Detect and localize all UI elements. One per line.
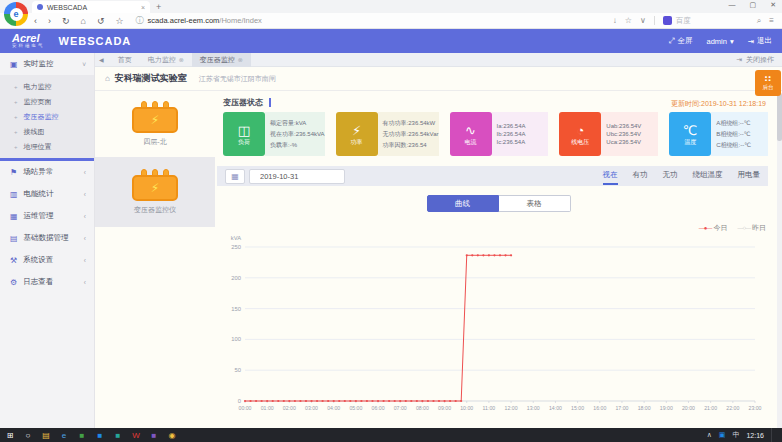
back-icon[interactable]: ‹ xyxy=(34,16,37,26)
calendar-icon[interactable]: ▦ xyxy=(225,169,245,184)
sidebar-item-system-settings[interactable]: ⚒ 系统设置 ‹ xyxy=(0,249,94,271)
device-item-transformer-monitor-unit[interactable]: ⚡ 变压器监控仪 xyxy=(95,157,215,227)
page-tab-bar: ◀ 首页 电力监控 ⊗ 变压器监控 ⊗ ⇥ 关闭操作 xyxy=(95,53,782,67)
view-tab-table[interactable]: 表格 xyxy=(499,195,571,212)
device-label: 四层-北 xyxy=(143,137,166,147)
metric-tab-active-power[interactable]: 有功 xyxy=(633,167,648,185)
search-icon[interactable]: ⌕ xyxy=(757,16,761,26)
taskbar-app-green-icon[interactable]: ■ xyxy=(76,429,88,441)
bullet-icon: + xyxy=(14,84,18,90)
svg-text:04:00: 04:00 xyxy=(327,405,340,411)
device-list: ⚡ 四层-北 ⚡ 变压器监控仪 xyxy=(95,91,215,428)
username: admin xyxy=(707,37,727,46)
svg-text:50: 50 xyxy=(235,367,241,373)
tray-app-icon[interactable]: ▣ xyxy=(719,431,726,439)
taskbar-search-button[interactable]: ○ xyxy=(22,429,34,441)
browser-logo-icon[interactable]: e xyxy=(4,2,28,26)
taskbar-app-purple-icon[interactable]: ■ xyxy=(148,429,160,441)
backend-button[interactable]: ∷ 后台 xyxy=(755,70,781,96)
sidebar-item-geo-location[interactable]: + 地理位置 xyxy=(0,139,94,154)
sidebar-collapse-button[interactable]: ◀ xyxy=(99,56,104,63)
metric-tab-reactive-power[interactable]: 无功 xyxy=(663,167,678,185)
window-maximize-button[interactable]: ▢ xyxy=(750,1,757,9)
sidebar-item-wiring-diagram[interactable]: + 接线图 xyxy=(0,124,94,139)
tab-power-monitor[interactable]: 电力监控 ⊗ xyxy=(140,53,192,67)
date-input[interactable] xyxy=(249,169,345,184)
history-icon[interactable]: ↺ xyxy=(97,16,105,26)
fullscreen-button[interactable]: ⤢ 全屏 xyxy=(669,36,693,46)
taskbar-app-blue-icon[interactable]: ■ xyxy=(94,429,106,441)
logout-icon: ⇥ xyxy=(748,37,754,46)
forward-icon[interactable]: › xyxy=(48,16,51,26)
station-header: ⌂ 安科瑞测试实验室 江苏省无锡市江阴市南闸 xyxy=(95,67,782,91)
svg-text:12:00: 12:00 xyxy=(505,405,518,411)
sidebar-item-energy-statistics[interactable]: ▥ 电能统计 ‹ xyxy=(0,183,94,205)
bullet-icon: + xyxy=(14,144,18,150)
sidebar-item-transformer-monitor[interactable]: + 变压器监控 xyxy=(0,109,94,124)
browser-tab[interactable]: WEBSCADA × xyxy=(32,1,150,13)
logout-button[interactable]: ⇥ 退出 xyxy=(748,36,772,46)
search-box[interactable]: 百度 xyxy=(663,16,749,26)
svg-text:15:00: 15:00 xyxy=(571,405,584,411)
browser-toolbar: ‹ › ↻ ⌂ ↺ ☆ ⓘ scada.acrel-eem.com/Home/I… xyxy=(0,13,782,29)
sidebar-item-power-monitor[interactable]: + 电力监控 xyxy=(0,79,94,94)
card-power: ⚡ 功率 有功功率:236.54kW 无功功率:236.54kVar 功率因数:… xyxy=(336,112,439,156)
metric-tab-energy-consumption[interactable]: 用电量 xyxy=(738,167,761,185)
tray-clock[interactable]: 12:16 xyxy=(746,432,764,439)
metric-tab-winding-temperature[interactable]: 绕组温度 xyxy=(693,167,723,185)
taskbar-chrome-icon[interactable]: ◉ xyxy=(166,429,178,441)
metric-tab-apparent[interactable]: 视在 xyxy=(603,167,618,185)
taskbar-file-explorer-icon[interactable]: ▤ xyxy=(40,429,52,441)
sidebar-item-realtime-monitor[interactable]: ▣ 实时监控 ˅ xyxy=(0,53,94,75)
home-icon[interactable]: ⌂ xyxy=(81,16,86,26)
user-menu[interactable]: admin ▾ xyxy=(707,37,734,46)
svg-text:02:00: 02:00 xyxy=(283,405,296,411)
chevron-left-icon: ‹ xyxy=(84,213,86,220)
svg-text:06:00: 06:00 xyxy=(372,405,385,411)
url-path: /Home/Index xyxy=(219,16,262,25)
fullscreen-icon: ⤢ xyxy=(669,36,675,46)
taskbar-wps-icon[interactable]: W xyxy=(130,429,142,441)
new-tab-button[interactable]: + xyxy=(156,2,161,12)
search-engine-icon xyxy=(663,16,672,25)
favorite-icon[interactable]: ☆ xyxy=(116,16,124,26)
sidebar: ▣ 实时监控 ˅ + 电力监控 + 监控页面 + 变压器监控 + 接线图 + 地… xyxy=(0,53,95,428)
caret-down-icon[interactable]: ∨ xyxy=(640,16,646,25)
view-tab-curve[interactable]: 曲线 xyxy=(427,195,499,212)
sidebar-item-log-viewer[interactable]: ⚙ 日志查看 ‹ xyxy=(0,271,94,293)
tab-home[interactable]: 首页 xyxy=(110,53,140,67)
svg-text:08:00: 08:00 xyxy=(416,405,429,411)
tab-close-icon[interactable]: × xyxy=(141,4,145,11)
metric-tabs: 视在 有功 无功 绕组温度 用电量 xyxy=(603,167,761,185)
window-close-button[interactable]: ✕ xyxy=(770,1,776,9)
tab-close-icon[interactable]: ⊗ xyxy=(238,56,243,63)
card-line-voltage: ◔ 线电压 Uab:236.54V Ubc:236.54V Uca:236.54… xyxy=(559,112,658,156)
window-minimize-button[interactable]: — xyxy=(729,1,736,9)
sidebar-item-basic-data-management[interactable]: ▤ 基础数据管理 ‹ xyxy=(0,227,94,249)
download-icon[interactable]: ↓ xyxy=(613,16,617,25)
close-operations-button[interactable]: ⇥ 关闭操作 xyxy=(736,55,774,65)
refresh-icon[interactable]: ↻ xyxy=(62,16,70,26)
bookmark-star-icon[interactable]: ☆ xyxy=(625,16,632,25)
tab-transformer-monitor[interactable]: 变压器监控 ⊗ xyxy=(192,53,251,67)
site-info-icon[interactable]: ⓘ xyxy=(136,15,144,26)
show-desktop-button[interactable] xyxy=(771,428,774,442)
sidebar-item-operation-management[interactable]: ▦ 运维管理 ‹ xyxy=(0,205,94,227)
tools-icon: ⚒ xyxy=(10,256,17,265)
flag-icon: ⚑ xyxy=(10,168,17,177)
tray-ime-indicator[interactable]: 中 xyxy=(732,430,739,440)
taskbar-browser-icon[interactable]: e xyxy=(58,429,70,441)
device-item-floor4-north[interactable]: ⚡ 四层-北 xyxy=(95,91,215,157)
view-toggle: 曲线 表格 xyxy=(215,195,782,212)
main-panel: 变压器状态 更新时间:2019-10-31 12:18:19 ◫ 负荷 额定容量… xyxy=(215,91,782,428)
taskbar-app-teal-icon[interactable]: ■ xyxy=(112,429,124,441)
sidebar-item-station-abnormal[interactable]: ⚑ 场站异常 ‹ xyxy=(0,161,94,183)
menu-icon[interactable]: ≡ xyxy=(769,16,774,25)
address-bar[interactable]: scada.acrel-eem.com/Home/Index xyxy=(148,16,262,25)
sidebar-item-monitor-page[interactable]: + 监控页面 xyxy=(0,94,94,109)
tab-close-icon[interactable]: ⊗ xyxy=(179,56,184,63)
taskbar: ⊞ ○ ▤ e ■ ■ ■ W ■ ◉ ∧ ▣ 中 12:16 xyxy=(0,428,782,442)
taskbar-start-button[interactable]: ⊞ xyxy=(4,429,16,441)
station-address: 江苏省无锡市江阴市南闸 xyxy=(199,74,276,84)
tray-chevron-up-icon[interactable]: ∧ xyxy=(707,431,712,439)
